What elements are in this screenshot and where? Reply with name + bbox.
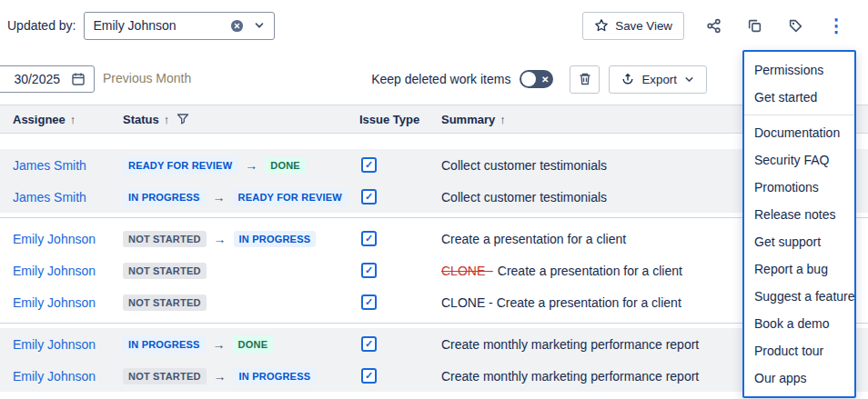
menu-item-product-tour[interactable]: Product tour (744, 337, 854, 364)
table-row[interactable]: Emily Johnson NOT STARTED ✓ CLONE -Creat… (0, 254, 868, 286)
date-value: 30/2025 (14, 72, 60, 86)
row-group: Emily Johnson NOT STARTED → IN PROGRESS … (0, 223, 868, 318)
delete-button[interactable] (570, 65, 600, 94)
arrow-right-icon: → (213, 190, 226, 204)
chevron-down-icon[interactable] (252, 18, 267, 33)
assignee-header-label: Assignee (13, 113, 66, 126)
sort-up-icon[interactable]: ↑ (500, 113, 506, 126)
row-group: Emily Johnson IN PROGRESS → DONE ✓ Creat… (0, 328, 868, 392)
assignee-link[interactable]: Emily Johnson (13, 337, 123, 352)
status-chip-from: READY FOR REVIEW (123, 157, 237, 174)
updated-by-label: Updated by: (7, 18, 76, 33)
group-divider (0, 323, 868, 324)
filter-funnel-icon[interactable] (177, 113, 189, 125)
menu-item-permissions[interactable]: Permissions (744, 56, 854, 84)
calendar-icon[interactable] (71, 72, 86, 86)
keep-deleted-toggle[interactable]: ✕ (520, 70, 553, 88)
menu-item-promotions[interactable]: Promotions (744, 174, 854, 201)
toggle-knob (521, 72, 536, 86)
previous-month-label[interactable]: Previous Month (103, 71, 191, 85)
menu-item-documentation[interactable]: Documentation (744, 119, 854, 146)
chevron-down-icon (683, 74, 695, 85)
updated-by-value: Emily Johnson (94, 18, 223, 33)
table-row[interactable]: James Smith READY FOR REVIEW → DONE ✓ Co… (0, 149, 868, 181)
task-checkbox-icon: ✓ (361, 189, 377, 204)
table-body: James Smith READY FOR REVIEW → DONE ✓ Co… (0, 134, 868, 392)
copy-icon[interactable] (742, 14, 766, 37)
row-group: James Smith READY FOR REVIEW → DONE ✓ Co… (0, 149, 868, 213)
save-view-button[interactable]: Save View (582, 12, 684, 40)
status-chip-from: NOT STARTED (123, 263, 207, 279)
tag-icon[interactable] (783, 14, 807, 37)
summary-strikethrough-prefix: CLONE - (441, 264, 493, 278)
issue-type-cell: ✓ (359, 368, 441, 384)
keep-deleted-label: Keep deleted work items (371, 72, 510, 86)
menu-item-our-apps[interactable]: Our apps (744, 364, 854, 392)
export-button[interactable]: Export (609, 65, 707, 94)
table-row[interactable]: Emily Johnson NOT STARTED → IN PROGRESS … (0, 360, 868, 392)
menu-divider (744, 115, 854, 115)
status-chip-from: NOT STARTED (123, 231, 207, 247)
assignee-link[interactable]: Emily Johnson (13, 369, 123, 384)
issue-type-cell: ✓ (359, 263, 441, 278)
status-cell: NOT STARTED (123, 294, 359, 311)
status-chip-to: IN PROGRESS (234, 368, 317, 384)
toolbar-actions: Keep deleted work items ✕ Export (371, 64, 707, 95)
more-menu-dropdown: Permissions Get started Documentation Se… (742, 50, 856, 398)
status-cell: READY FOR REVIEW → DONE (123, 157, 359, 174)
arrow-right-icon: → (214, 232, 227, 246)
table-header: Assignee ↑ Status ↑ Issue Type Summary ↑ (0, 105, 868, 134)
assignee-link[interactable]: Emily Johnson (13, 232, 123, 246)
menu-item-book-a-demo[interactable]: Book a demo (744, 310, 854, 337)
status-header-label: Status (123, 113, 159, 126)
menu-item-get-started[interactable]: Get started (744, 84, 854, 111)
star-icon (594, 18, 609, 33)
task-checkbox-icon: ✓ (361, 157, 377, 173)
assignee-link[interactable]: James Smith (13, 158, 123, 173)
task-checkbox-icon: ✓ (361, 368, 377, 384)
status-chip-from: IN PROGRESS (123, 189, 206, 205)
task-checkbox-icon: ✓ (361, 231, 377, 246)
assignee-link[interactable]: Emily Johnson (13, 295, 123, 310)
top-bar-actions: Save View ⋮ (582, 12, 848, 40)
issue-type-cell: ✓ (359, 189, 441, 204)
issue-type-cell: ✓ (359, 336, 441, 352)
menu-item-get-support[interactable]: Get support (744, 228, 854, 255)
status-chip-from: NOT STARTED (123, 368, 207, 384)
status-cell: NOT STARTED (123, 263, 359, 279)
date-input[interactable]: 30/2025 (0, 65, 95, 93)
column-header-status[interactable]: Status ↑ (123, 113, 359, 126)
sort-up-icon[interactable]: ↑ (164, 113, 170, 126)
issue-type-cell: ✓ (359, 157, 441, 173)
issue-type-cell: ✓ (359, 294, 441, 310)
assignee-link[interactable]: James Smith (13, 190, 123, 204)
table-row[interactable]: Emily Johnson IN PROGRESS → DONE ✓ Creat… (0, 328, 868, 360)
summary-rest: Create a presentation for a client (498, 264, 682, 278)
issue-type-header-label: Issue Type (359, 113, 419, 126)
assignee-link[interactable]: Emily Johnson (13, 264, 123, 278)
menu-item-report-a-bug[interactable]: Report a bug (744, 255, 854, 283)
summary-header-label: Summary (441, 113, 495, 126)
clear-icon[interactable] (229, 17, 246, 34)
column-header-assignee[interactable]: Assignee ↑ (13, 113, 123, 126)
status-cell: NOT STARTED → IN PROGRESS (123, 368, 359, 384)
updated-by-select[interactable]: Emily Johnson (84, 12, 275, 40)
table-row[interactable]: Emily Johnson NOT STARTED ✓ CLONE - Crea… (0, 286, 868, 318)
menu-item-security-faq[interactable]: Security FAQ (744, 146, 854, 174)
more-menu-button[interactable]: ⋮ (824, 14, 848, 37)
status-chip-to: READY FOR REVIEW (233, 189, 348, 205)
trash-icon (578, 72, 592, 86)
menu-item-suggest-a-feature[interactable]: Suggest a feature (744, 283, 854, 310)
status-chip-to: DONE (233, 336, 274, 353)
table-row[interactable]: James Smith IN PROGRESS → READY FOR REVI… (0, 181, 868, 213)
column-header-issue-type[interactable]: Issue Type (359, 113, 441, 126)
toggle-off-icon: ✕ (541, 75, 549, 85)
menu-item-release-notes[interactable]: Release notes (744, 201, 854, 228)
group-divider (0, 217, 868, 218)
task-checkbox-icon: ✓ (361, 294, 377, 310)
table-row[interactable]: Emily Johnson NOT STARTED → IN PROGRESS … (0, 223, 868, 254)
task-checkbox-icon: ✓ (361, 263, 377, 278)
sort-up-icon[interactable]: ↑ (70, 113, 76, 126)
status-cell: IN PROGRESS → READY FOR REVIEW (123, 189, 359, 205)
share-icon[interactable] (701, 14, 725, 37)
